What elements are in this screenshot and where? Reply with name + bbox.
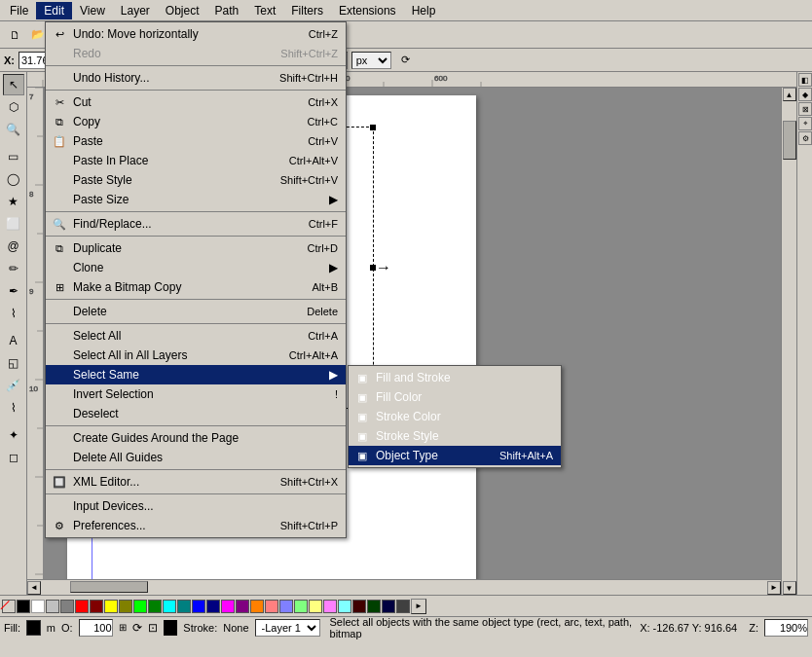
orange-swatch[interactable] [250,600,264,613]
menu-input-devices[interactable]: Input Devices... [46,496,346,516]
menu-paste-style[interactable]: Paste Style Shift+Ctrl+V [46,170,346,190]
scrollbar-vertical[interactable]: ▲ ▼ [781,88,796,595]
select-tool[interactable]: ↖ [3,74,24,95]
menu-make-bitmap[interactable]: ⊞ Make a Bitmap Copy Alt+B [46,277,346,297]
fill-box-indicator[interactable] [164,620,178,636]
menu-paste[interactable]: 📋 Paste Ctrl+V [46,131,346,151]
scroll-down-button[interactable]: ▼ [783,581,796,595]
eraser-tool[interactable]: ◻ [3,447,24,468]
scroll-up-button[interactable]: ▲ [783,88,796,101]
menu-select-all-layers[interactable]: Select All in All Layers Ctrl+Alt+A [46,346,346,365]
yellow-swatch[interactable] [104,600,118,613]
submenu-stroke-color[interactable]: ▣ Stroke Color [349,407,561,426]
transform-coords-button[interactable]: ⟳ [395,50,417,71]
ellipse-tool[interactable]: ◯ [3,168,24,190]
fill-indicator[interactable] [26,620,41,636]
no-color-swatch[interactable] [2,600,16,613]
teal-swatch[interactable] [177,600,191,613]
scroll-thumb-v[interactable] [783,121,796,160]
menu-select-all[interactable]: Select All Ctrl+A [46,326,346,346]
scrollbar-horizontal[interactable]: ◄ ► [27,579,781,595]
layer-selector[interactable]: -Layer 1 [255,619,320,637]
menu-duplicate[interactable]: ⧉ Duplicate Ctrl+D [46,238,346,258]
dark-green-swatch[interactable] [367,600,381,613]
light-cyan-swatch[interactable] [338,600,351,613]
menu-xml-editor[interactable]: 🔲 XML Editor... Shift+Ctrl+X [46,472,346,492]
right-panel-btn-2[interactable]: ◆ [798,88,812,101]
unit-selector[interactable]: px mm cm in pt [351,52,391,69]
menu-undo-history[interactable]: Undo History... Shift+Ctrl+H [46,68,346,88]
right-panel-btn-3[interactable]: ⊠ [798,102,812,116]
star-tool[interactable]: ★ [3,191,24,212]
dark-blue-swatch[interactable] [382,600,395,613]
opacity-input[interactable] [79,619,113,637]
pen-tool[interactable]: ✒ [3,280,24,302]
submenu-fill-stroke[interactable]: ▣ Fill and Stroke [349,368,561,387]
eyedropper-tool[interactable]: 💉 [3,375,24,396]
red-swatch[interactable] [75,600,89,613]
palette-right-button[interactable]: ► [411,599,426,614]
navy-swatch[interactable] [206,600,220,613]
submenu-object-type[interactable]: ▣ Object Type Shift+Alt+A [349,446,561,465]
scroll-left-button[interactable]: ◄ [27,581,41,595]
cyan-swatch[interactable] [163,600,176,613]
menu-view[interactable]: View [72,2,113,19]
submenu-stroke-style[interactable]: ▣ Stroke Style [349,426,561,446]
pencil-tool[interactable]: ✏ [3,258,24,279]
submenu-fill-color[interactable]: ▣ Fill Color [349,387,561,407]
menu-clone[interactable]: Clone ▶ [46,258,346,277]
menu-delete-guides[interactable]: Delete All Guides [46,448,346,467]
maroon-swatch[interactable] [90,600,103,613]
menu-paste-size[interactable]: Paste Size ▶ [46,190,346,209]
menu-create-guides[interactable]: Create Guides Around the Page [46,428,346,448]
menu-copy[interactable]: ⧉ Copy Ctrl+C [46,112,346,131]
menu-undo[interactable]: ↩ Undo: Move horizontally Ctrl+Z [46,24,346,44]
menu-delete[interactable]: Delete Delete [46,302,346,321]
opacity-stepper[interactable]: ⊞ [119,622,127,633]
purple-swatch[interactable] [236,600,249,613]
menu-layer[interactable]: Layer [113,2,158,19]
menu-edit[interactable]: Edit [36,2,72,19]
menu-invert-selection[interactable]: Invert Selection ! [46,384,346,404]
scroll-right-button[interactable]: ► [767,581,781,595]
green-swatch[interactable] [148,600,162,613]
calligraphy-tool[interactable]: ⌇ [3,303,24,324]
text-tool[interactable]: A [3,330,24,351]
menu-cut[interactable]: ✂ Cut Ctrl+X [46,92,346,112]
rect-tool[interactable]: ▭ [3,146,24,167]
dark-gray-swatch[interactable] [396,600,410,613]
scroll-thumb-h[interactable] [70,581,148,593]
right-panel-btn-1[interactable]: ◧ [798,73,812,87]
right-panel-btn-4[interactable]: ⌖ [798,117,812,130]
menu-paste-in-place[interactable]: Paste In Place Ctrl+Alt+V [46,151,346,170]
light-yellow-swatch[interactable] [309,600,322,613]
light-green-swatch[interactable] [294,600,308,613]
light-pink-swatch[interactable] [323,600,337,613]
menu-file[interactable]: File [2,2,36,19]
zoom-input[interactable] [764,619,808,637]
pink-swatch[interactable] [265,600,278,613]
menu-filters[interactable]: Filters [283,2,331,19]
spiral-tool[interactable]: @ [3,236,24,257]
blue-swatch[interactable] [192,600,205,613]
lime-swatch[interactable] [133,600,147,613]
olive-swatch[interactable] [119,600,132,613]
menu-preferences[interactable]: ⚙ Preferences... Shift+Ctrl+P [46,516,346,535]
menu-text[interactable]: Text [246,2,283,19]
menu-deselect[interactable]: Deselect [46,404,346,423]
connector-tool[interactable]: ⌇ [3,397,24,419]
menu-object[interactable]: Object [158,2,207,19]
menu-extensions[interactable]: Extensions [331,2,404,19]
right-panel-btn-5[interactable]: ⚙ [798,131,812,145]
new-button[interactable]: 🗋 [4,24,25,46]
menu-help[interactable]: Help [404,2,444,19]
node-tool[interactable]: ⬡ [3,96,24,118]
black-swatch[interactable] [17,600,30,613]
zoom-tool[interactable]: 🔍 [3,119,24,140]
menu-find-replace[interactable]: 🔍 Find/Replace... Ctrl+F [46,214,346,234]
gradient-tool[interactable]: ◱ [3,352,24,374]
white-swatch[interactable] [31,600,45,613]
dark-red-swatch[interactable] [352,600,366,613]
light-blue-swatch[interactable] [279,600,293,613]
magenta-swatch[interactable] [221,600,235,613]
